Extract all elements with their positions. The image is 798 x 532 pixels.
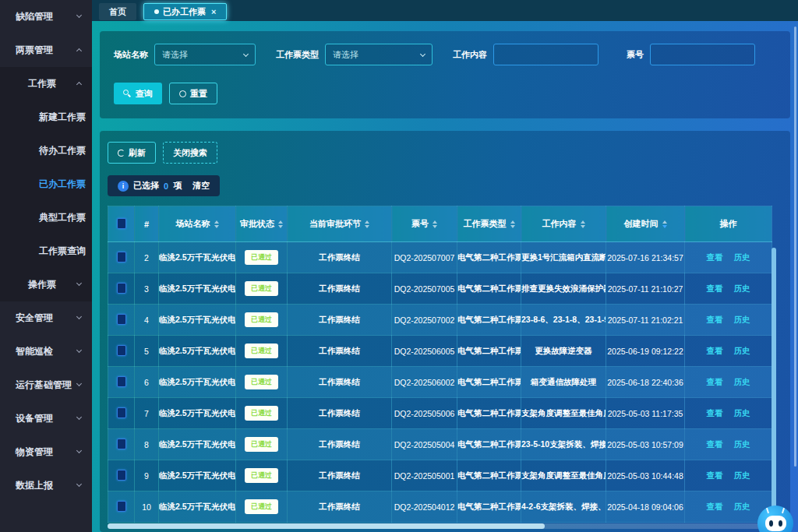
chevron-down-icon [76,481,82,487]
work-ticket-table: #场站名称审批状态当前审批环节票号工作票类型工作内容创建时间操作 2临洮2.5万… [108,206,772,523]
sidebar-item[interactable]: 物资管理 [0,435,92,469]
row-checkbox[interactable] [117,252,126,262]
row-checkbox[interactable] [117,283,126,294]
horizontal-scrollbar-thumb[interactable] [108,523,545,529]
view-link[interactable]: 查看 [707,502,723,511]
ticket-type-cell: 电气第二种工作票 [457,398,521,429]
history-link[interactable]: 历史 [734,502,750,511]
history-link[interactable]: 历史 [734,408,750,417]
row-checkbox[interactable] [117,376,126,387]
work-content-label: 工作内容 [453,49,487,61]
view-link[interactable]: 查看 [707,346,723,355]
actions-cell: 查看历史 [685,460,772,491]
view-link[interactable]: 查看 [707,470,723,480]
view-link[interactable]: 查看 [707,408,723,417]
close-search-button[interactable]: 关闭搜索 [163,142,217,164]
work-content-cell: 23-8-6、23-1-8、23-1-9... [521,305,606,336]
reset-button-label: 重置 [190,88,207,100]
column-label: 场站名称 [176,219,210,228]
sidebar-item[interactable]: 智能巡检 [0,335,92,368]
table-panel: 刷新 关闭搜索 已选择 0 项 清空 #场站名称审批状态当前审批环节票号工作票类… [100,131,790,532]
horizontal-scrollbar[interactable] [108,523,770,529]
column-header: 操作 [685,206,772,242]
station-cell: 临洮2.5万千瓦光伏电... [159,460,236,491]
row-checkbox[interactable] [117,439,126,449]
sidebar-item[interactable]: 运行基础管理 [0,368,92,402]
sort-icon[interactable] [510,220,515,228]
page-vertical-scrollbar[interactable] [794,26,796,467]
row-checkbox[interactable] [117,314,126,325]
column-header[interactable]: 工作内容 [521,206,606,242]
column-header[interactable]: 工作票类型 [457,206,521,242]
row-index: 4 [135,305,159,336]
history-link[interactable]: 历史 [734,377,750,386]
type-select-placeholder: 请选择 [333,49,358,61]
column-header[interactable]: 场站名称 [159,206,236,242]
sidebar-item[interactable]: 两票管理 [0,33,92,67]
tab-done-work-tickets[interactable]: 已办工作票 × [143,3,227,20]
column-header[interactable]: 当前审批环节 [288,206,392,242]
sort-icon[interactable] [214,220,219,228]
view-link[interactable]: 查看 [707,439,723,449]
sidebar-item[interactable]: 工作票 [0,67,92,100]
ticket-no-input[interactable] [650,44,755,65]
sidebar-item[interactable]: 缺陷管理 [0,0,92,33]
row-checkbox[interactable] [117,345,126,356]
table-header-row: #场站名称审批状态当前审批环节票号工作票类型工作内容创建时间操作 [108,206,772,242]
column-header[interactable]: 票号 [392,206,457,242]
sidebar-item[interactable]: 操作票 [0,268,92,301]
sidebar-item[interactable]: 已办工作票 [0,167,92,201]
work-content-input[interactable] [493,44,598,65]
chevron-down-icon [76,347,82,353]
created-time-cell: 2025-06-18 22:40:36 [606,367,685,398]
clear-selection-link[interactable]: 清空 [192,180,210,192]
sidebar-item[interactable]: 设备管理 [0,402,92,435]
sidebar-item[interactable]: 待办工作票 [0,134,92,167]
row-checkbox[interactable] [117,501,126,512]
sidebar-item[interactable]: 安全管理 [0,301,92,335]
sidebar-item[interactable]: 工作票查询 [0,234,92,268]
tab-home[interactable]: 首页 [99,3,136,20]
sort-icon[interactable] [581,220,585,228]
view-link[interactable]: 查看 [707,284,723,293]
sort-icon[interactable] [365,220,369,228]
station-cell: 临洮2.5万千瓦光伏电... [159,367,236,398]
view-link[interactable]: 查看 [707,315,723,324]
sidebar-item[interactable]: 典型工作票 [0,201,92,234]
sidebar-item-label: 数据上报 [16,479,53,492]
station-name-select[interactable]: 请选择 [154,44,256,65]
ticket-type-select[interactable]: 请选择 [325,44,433,65]
history-link[interactable]: 历史 [734,346,750,355]
sort-icon[interactable] [662,220,667,228]
query-button[interactable]: 查询 [114,83,162,104]
sort-icon[interactable] [278,220,283,228]
sort-icon[interactable] [433,220,437,228]
sidebar-item[interactable]: 数据上报 [0,469,92,502]
row-checkbox[interactable] [117,407,126,418]
history-link[interactable]: 历史 [734,252,750,262]
created-time-cell: 2025-05-03 10:57:09 [606,429,685,460]
work-content-cell: 4-2-6支架拆装、焊接、... [521,491,606,523]
station-cell: 临洮2.5万千瓦光伏电... [159,305,236,336]
history-link[interactable]: 历史 [734,284,750,293]
table-row: 2临洮2.5万千瓦光伏电...已通过工作票终结DQ2-202507007电气第二… [108,242,772,273]
refresh-button[interactable]: 刷新 [108,142,156,164]
work-content-cell: 支架角度调整至最佳角度 [521,398,606,429]
station-cell: 临洮2.5万千瓦光伏电... [159,336,236,367]
chevron-down-icon [76,381,82,386]
sidebar-item[interactable]: 新建工作票 [0,100,92,134]
table-vertical-scrollbar-thumb[interactable] [772,248,776,520]
column-header[interactable]: 创建时间 [606,206,685,242]
reset-button[interactable]: 重置 [169,83,217,104]
column-header[interactable]: 审批状态 [236,206,288,242]
row-checkbox[interactable] [117,470,126,481]
tab-close-icon[interactable]: × [211,7,216,16]
history-link[interactable]: 历史 [734,470,750,480]
view-link[interactable]: 查看 [707,252,723,262]
history-link[interactable]: 历史 [734,439,750,449]
view-link[interactable]: 查看 [707,377,723,386]
select-all-checkbox[interactable] [117,218,126,229]
selection-text-suffix: 项 [173,180,182,192]
column-label: # [144,220,149,229]
history-link[interactable]: 历史 [734,315,750,324]
